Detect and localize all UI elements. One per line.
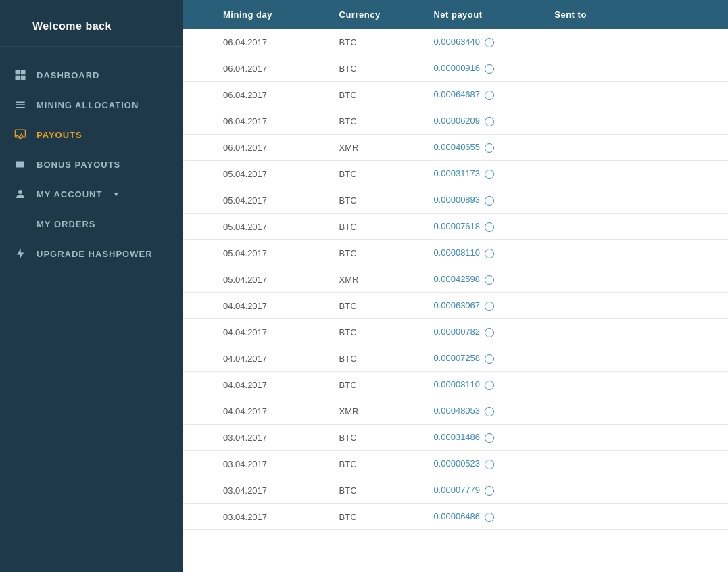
svg-rect-3	[21, 76, 26, 80]
dashboard-icon	[14, 68, 27, 82]
cell-sent-to	[541, 266, 728, 293]
sidebar-item-dashboard[interactable]: DASHBOARD	[0, 60, 183, 90]
upgrade-icon	[14, 247, 27, 260]
payouts-label: PAYOUTS	[37, 130, 82, 140]
cell-sent-to	[541, 372, 728, 398]
cell-currency: XMR	[326, 135, 420, 161]
sidebar-item-my-account[interactable]: MY ACCOUNT ▾	[0, 179, 183, 209]
cell-mining-day: 06.04.2017	[183, 82, 326, 108]
sidebar-item-my-orders[interactable]: MY ORDERS	[0, 209, 183, 239]
cell-net-payout: 0.00007618 i	[420, 214, 541, 240]
bonus-payouts-label: BONUS PAYOUTS	[37, 160, 120, 170]
info-icon[interactable]: i	[485, 275, 494, 285]
table-row: 04.04.2017 BTC 0.00063067 i	[183, 293, 728, 319]
info-icon[interactable]: i	[485, 407, 494, 416]
cell-mining-day: 06.04.2017	[183, 108, 326, 135]
dashboard-label: DASHBOARD	[37, 70, 100, 80]
table-row: 04.04.2017 BTC 0.00008110 i	[183, 372, 728, 398]
cell-sent-to	[541, 425, 728, 451]
info-icon[interactable]: i	[485, 143, 494, 153]
cell-sent-to	[541, 55, 728, 82]
info-icon[interactable]: i	[485, 302, 494, 311]
sidebar-header: Welcome back	[0, 0, 183, 47]
table-row: 06.04.2017 BTC 0.00006209 i	[183, 108, 728, 135]
cell-net-payout: 0.00007779 i	[420, 477, 541, 504]
cell-mining-day: 05.04.2017	[183, 187, 326, 214]
cell-net-payout: 0.00007258 i	[420, 345, 541, 372]
svg-rect-0	[16, 70, 20, 75]
cell-mining-day: 03.04.2017	[183, 504, 326, 530]
cell-mining-day: 04.04.2017	[183, 372, 326, 398]
cell-mining-day: 06.04.2017	[183, 29, 326, 55]
info-icon[interactable]: i	[485, 381, 494, 390]
table-row: 04.04.2017 XMR 0.00048053 i	[183, 398, 728, 425]
info-icon[interactable]: i	[485, 196, 494, 206]
cell-mining-day: 03.04.2017	[183, 451, 326, 477]
cell-currency: BTC	[326, 161, 420, 187]
account-icon	[14, 187, 27, 201]
cell-currency: BTC	[326, 504, 420, 530]
cell-currency: BTC	[326, 82, 420, 108]
cell-net-payout: 0.00006209 i	[420, 108, 541, 135]
svg-rect-1	[21, 70, 26, 75]
cell-currency: BTC	[326, 108, 420, 135]
info-icon[interactable]: i	[485, 117, 494, 126]
cell-sent-to	[541, 345, 728, 372]
info-icon[interactable]: i	[485, 328, 494, 337]
cell-sent-to	[541, 504, 728, 530]
col-header-currency: Currency	[326, 0, 420, 29]
payouts-table: Mining day Currency Net payout Sent to 0…	[183, 0, 728, 530]
info-icon[interactable]: i	[485, 460, 494, 469]
cell-currency: BTC	[326, 29, 420, 55]
sidebar: Welcome back DASHBOARD MINING ALLOCATION…	[0, 0, 183, 572]
table-row: 03.04.2017 BTC 0.00000523 i	[183, 451, 728, 477]
cell-net-payout: 0.00040655 i	[420, 135, 541, 161]
info-icon[interactable]: i	[485, 38, 494, 47]
info-icon[interactable]: i	[485, 249, 494, 258]
cell-mining-day: 05.04.2017	[183, 214, 326, 240]
main-content: Mining day Currency Net payout Sent to 0…	[183, 0, 728, 572]
table-row: 05.04.2017 BTC 0.00000893 i	[183, 187, 728, 214]
cell-mining-day: 03.04.2017	[183, 425, 326, 451]
info-icon[interactable]: i	[485, 222, 494, 232]
cell-net-payout: 0.00000916 i	[420, 55, 541, 82]
cell-net-payout: 0.00000782 i	[420, 319, 541, 345]
table-row: 05.04.2017 BTC 0.00031173 i	[183, 161, 728, 187]
svg-marker-6	[17, 249, 24, 259]
cell-mining-day: 03.04.2017	[183, 477, 326, 504]
info-icon[interactable]: i	[485, 354, 494, 364]
info-icon[interactable]: i	[485, 513, 494, 522]
info-icon[interactable]: i	[485, 433, 494, 443]
cell-mining-day: 05.04.2017	[183, 266, 326, 293]
dropdown-arrow-icon: ▾	[114, 191, 118, 198]
cell-sent-to	[541, 240, 728, 266]
cell-sent-to	[541, 108, 728, 135]
cell-currency: BTC	[326, 187, 420, 214]
cell-net-payout: 0.00008110 i	[420, 372, 541, 398]
cell-mining-day: 06.04.2017	[183, 135, 326, 161]
cell-currency: BTC	[326, 214, 420, 240]
cell-sent-to	[541, 451, 728, 477]
my-account-label: MY ACCOUNT	[37, 189, 102, 199]
cell-sent-to	[541, 214, 728, 240]
table-row: 05.04.2017 BTC 0.00008110 i	[183, 240, 728, 266]
payouts-table-container[interactable]: Mining day Currency Net payout Sent to 0…	[183, 0, 728, 572]
info-icon[interactable]: i	[485, 64, 494, 74]
upgrade-hashpower-label: UPGRADE HASHPOWER	[37, 249, 153, 259]
sidebar-item-payouts[interactable]: PAYOUTS	[0, 120, 183, 149]
cell-net-payout: 0.00048053 i	[420, 398, 541, 425]
cell-mining-day: 04.04.2017	[183, 319, 326, 345]
cell-currency: XMR	[326, 398, 420, 425]
sidebar-item-mining-allocation[interactable]: MINING ALLOCATION	[0, 90, 183, 120]
info-icon[interactable]: i	[485, 91, 494, 100]
cell-sent-to	[541, 187, 728, 214]
sidebar-item-upgrade-hashpower[interactable]: UPGRADE HASHPOWER	[0, 239, 183, 268]
cell-mining-day: 05.04.2017	[183, 240, 326, 266]
cell-net-payout: 0.00042598 i	[420, 266, 541, 293]
sidebar-item-bonus-payouts[interactable]: BONUS PAYOUTS	[0, 149, 183, 179]
info-icon[interactable]: i	[485, 486, 494, 496]
info-icon[interactable]: i	[485, 170, 494, 179]
welcome-text: Welcome back	[32, 20, 169, 32]
col-header-mining-day: Mining day	[183, 0, 326, 29]
cell-net-payout: 0.00063440 i	[420, 29, 541, 55]
